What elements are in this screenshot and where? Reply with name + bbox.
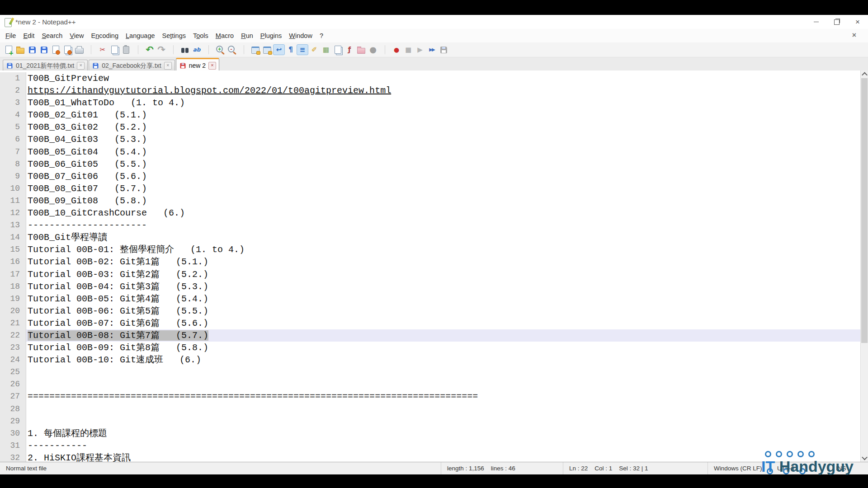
line-number[interactable]: 29 bbox=[0, 415, 26, 427]
editor-line[interactable]: 12 T00B_10_GitCrashCourse (6.) bbox=[0, 207, 860, 219]
line-number[interactable]: 32 bbox=[0, 452, 26, 462]
scroll-up-button[interactable] bbox=[861, 70, 868, 78]
document-tab[interactable]: 02_Facebook分享.txt × bbox=[89, 60, 175, 71]
copy-icon[interactable] bbox=[108, 44, 120, 56]
menu-item[interactable]: Window bbox=[285, 31, 316, 41]
menu-item[interactable]: Tools bbox=[189, 31, 212, 41]
save-all-icon[interactable] bbox=[38, 44, 50, 56]
editor-line[interactable]: 7 T00B_05_Git04 (5.4.) bbox=[0, 146, 860, 158]
editor-line[interactable]: 11 T00B_09_Git08 (5.8.) bbox=[0, 195, 860, 207]
document-list-icon[interactable] bbox=[332, 44, 344, 56]
find-icon[interactable] bbox=[179, 44, 191, 56]
editor-line[interactable]: 26 bbox=[0, 378, 860, 390]
editor-line[interactable]: 28 bbox=[0, 403, 860, 415]
menu-item[interactable]: Settings bbox=[159, 31, 189, 41]
menu-item[interactable]: File bbox=[2, 31, 19, 41]
show-all-characters-icon[interactable]: ¶ bbox=[285, 44, 297, 56]
user-defined-language-icon[interactable]: ✐ bbox=[308, 44, 320, 56]
menu-item[interactable]: Language bbox=[122, 31, 159, 41]
line-number[interactable]: 15 bbox=[0, 244, 26, 256]
word-wrap-icon[interactable]: ↩ bbox=[273, 44, 285, 56]
document-tab[interactable]: new 2 × bbox=[176, 58, 219, 72]
editor-line[interactable]: 32 2. HiSKIO課程基本資訊 bbox=[0, 452, 860, 462]
minimize-button[interactable] bbox=[806, 15, 826, 29]
editor-line[interactable]: 17 Tutorial 00B-03: Git第2篇 (5.2.) bbox=[0, 268, 860, 281]
document-tab[interactable]: 01_2021新年特價.txt × bbox=[3, 60, 88, 71]
editor-line[interactable]: 31 ----------- bbox=[0, 440, 860, 452]
cut-icon[interactable]: ✂ bbox=[97, 44, 108, 56]
menu-item[interactable]: Search bbox=[38, 31, 66, 41]
line-number[interactable]: 30 bbox=[0, 427, 26, 440]
line-number[interactable]: 10 bbox=[0, 183, 26, 195]
replace-icon[interactable]: ab bbox=[191, 44, 203, 56]
line-number[interactable]: 28 bbox=[0, 403, 26, 415]
editor-line[interactable]: 20 Tutorial 00B-06: Git第5篇 (5.5.) bbox=[0, 305, 860, 317]
line-number[interactable]: 13 bbox=[0, 219, 26, 231]
paste-icon[interactable] bbox=[120, 44, 132, 56]
monitoring-icon[interactable]: ● bbox=[367, 44, 379, 56]
tab-close-icon[interactable]: × bbox=[77, 62, 85, 70]
scroll-down-button[interactable] bbox=[861, 454, 868, 462]
menu-item[interactable]: View bbox=[66, 31, 87, 41]
function-list-icon[interactable]: ƒ bbox=[344, 44, 355, 56]
line-number[interactable]: 24 bbox=[0, 354, 26, 366]
menu-item[interactable]: ? bbox=[316, 31, 327, 41]
new-file-icon[interactable] bbox=[3, 44, 14, 56]
run-macro-multiple-icon[interactable]: ▶▶ bbox=[426, 44, 438, 56]
editor-line[interactable]: 8 T00B_06_Git05 (5.5.) bbox=[0, 158, 860, 170]
line-number[interactable]: 17 bbox=[0, 268, 26, 281]
line-number[interactable]: 6 bbox=[0, 133, 26, 145]
editor-line[interactable]: 1 T00B_GitPreview bbox=[0, 72, 860, 84]
editor-line[interactable]: 23 Tutorial 00B-09: Git第8篇 (5.8.) bbox=[0, 342, 860, 354]
vertical-scrollbar[interactable] bbox=[860, 70, 868, 462]
stop-macro-icon[interactable]: ■ bbox=[402, 44, 414, 56]
editor-line[interactable]: 19 Tutorial 00B-05: Git第4篇 (5.4.) bbox=[0, 293, 860, 305]
menu-item[interactable]: Run bbox=[237, 31, 257, 41]
maximize-button[interactable] bbox=[826, 15, 847, 29]
menu-item[interactable]: Macro bbox=[212, 31, 237, 41]
title-bar[interactable]: *new 2 - Notepad++ × bbox=[0, 15, 868, 29]
line-number[interactable]: 2 bbox=[0, 84, 26, 97]
editor-line[interactable]: 24 Tutorial 00B-10: Git速成班 (6.) bbox=[0, 354, 860, 366]
line-number[interactable]: 11 bbox=[0, 195, 26, 207]
menu-item[interactable]: Encoding bbox=[88, 31, 122, 41]
save-macro-icon[interactable] bbox=[438, 44, 449, 56]
line-number[interactable]: 5 bbox=[0, 121, 26, 133]
line-number[interactable]: 25 bbox=[0, 366, 26, 378]
menu-item[interactable]: Plugins bbox=[257, 31, 286, 41]
editor-line[interactable]: 15 Tutorial 00B-01: 整個學程簡介 (1. to 4.) bbox=[0, 244, 860, 256]
line-number[interactable]: 19 bbox=[0, 293, 26, 305]
close-document-button[interactable]: × bbox=[849, 31, 859, 39]
line-number[interactable]: 20 bbox=[0, 305, 26, 317]
editor-line[interactable]: 14 T00B_Git學程導讀 bbox=[0, 231, 860, 244]
editor-line[interactable]: 27 =====================================… bbox=[0, 390, 860, 403]
line-number[interactable]: 27 bbox=[0, 390, 26, 403]
line-number[interactable]: 12 bbox=[0, 207, 26, 219]
zoom-out-icon[interactable]: - bbox=[226, 44, 238, 56]
scrollbar-thumb[interactable] bbox=[861, 78, 868, 343]
line-number[interactable]: 14 bbox=[0, 231, 26, 244]
line-number[interactable]: 3 bbox=[0, 97, 26, 109]
sync-horizontal-scroll-icon[interactable] bbox=[261, 44, 273, 56]
editor-line[interactable]: 6 T00B_04_Git03 (5.3.) bbox=[0, 133, 860, 145]
line-number[interactable]: 23 bbox=[0, 342, 26, 354]
open-file-icon[interactable] bbox=[14, 44, 26, 56]
editor-line[interactable]: 4 T00B_02_Git01 (5.1.) bbox=[0, 109, 860, 121]
line-number[interactable]: 1 bbox=[0, 72, 26, 84]
close-button[interactable]: × bbox=[847, 15, 868, 29]
line-number[interactable]: 22 bbox=[0, 329, 26, 342]
editor-line[interactable]: 3 T00B_01_WhatToDo (1. to 4.) bbox=[0, 97, 860, 109]
editor-line[interactable]: 16 Tutorial 00B-02: Git第1篇 (5.1.) bbox=[0, 256, 860, 268]
record-macro-icon[interactable]: ● bbox=[391, 44, 402, 56]
editor-line[interactable]: 22 Tutorial 00B-08: Git第7篇 (5.7.) bbox=[0, 329, 860, 342]
play-macro-icon[interactable]: ▶ bbox=[414, 44, 426, 56]
editor-line[interactable]: 5 T00B_03_Git02 (5.2.) bbox=[0, 121, 860, 133]
undo-icon[interactable]: ↶ bbox=[144, 44, 156, 56]
line-number[interactable]: 16 bbox=[0, 256, 26, 268]
editor-line[interactable]: 25 bbox=[0, 366, 860, 378]
close-file-icon[interactable] bbox=[50, 44, 61, 56]
editor-line[interactable]: 29 bbox=[0, 415, 860, 427]
editor-line[interactable]: 21 Tutorial 00B-07: Git第6篇 (5.6.) bbox=[0, 317, 860, 329]
document-map-icon[interactable]: ▦ bbox=[320, 44, 332, 56]
tab-close-icon[interactable]: × bbox=[164, 62, 172, 70]
